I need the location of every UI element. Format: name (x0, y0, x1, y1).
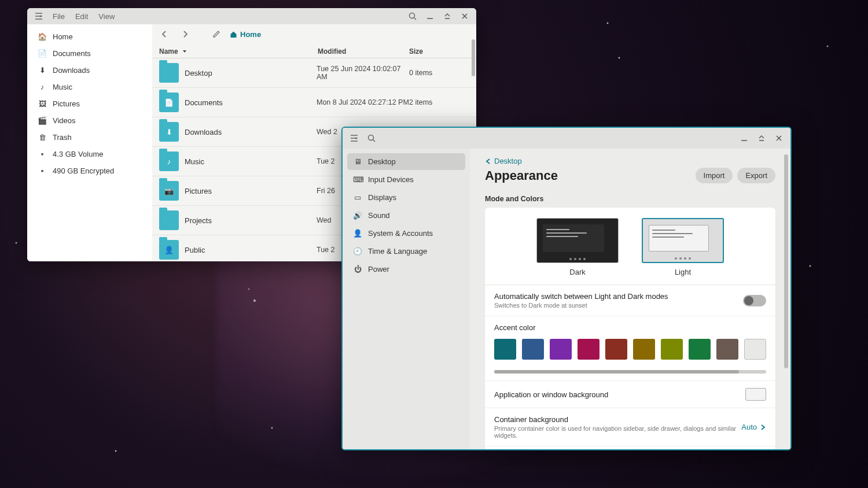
settings-window: 🖥Desktop⌨Input Devices▭Displays🔊Sound👤Sy… (341, 127, 792, 450)
nav-icon: 🕘 (353, 247, 362, 256)
column-modified[interactable]: Modified (318, 47, 409, 56)
close-button[interactable] (457, 8, 473, 24)
breadcrumb-home[interactable]: Home (230, 30, 261, 39)
text-tint-row: Interface text tint Color used to derive… (485, 446, 775, 449)
accent-swatch[interactable] (578, 339, 599, 360)
menu-view[interactable]: View (94, 12, 119, 21)
sidebar-item-pictures[interactable]: 🖼Pictures (33, 96, 146, 112)
mode-dark[interactable]: Dark (536, 218, 619, 276)
edit-path-button[interactable] (209, 27, 224, 42)
sidebar-item-music[interactable]: ♪Music (33, 79, 146, 95)
file-name: Downloads (185, 128, 317, 136)
sidebar-item-label: Pictures (53, 99, 80, 108)
sidebar-item-label: 490 GB Encrypted (53, 167, 114, 175)
settings-nav-desktop[interactable]: 🖥Desktop (347, 153, 465, 170)
sidebar-item-label: Documents (53, 49, 91, 58)
sidebar-item-downloads[interactable]: ⬇Downloads (33, 62, 146, 78)
file-size: 2 items (409, 98, 469, 106)
chevron-right-icon (759, 424, 766, 431)
accent-swatch[interactable] (522, 339, 544, 360)
maximize-icon (758, 135, 765, 142)
trash-icon: 🗑 (38, 133, 47, 142)
menu-file[interactable]: File (48, 12, 69, 21)
pathbar: Home (152, 24, 476, 44)
mode-dark-label: Dark (569, 268, 585, 276)
nav-label: Sound (368, 211, 390, 220)
settings-nav-time-language[interactable]: 🕘Time & Language (347, 243, 465, 260)
settings-search-button[interactable] (363, 130, 380, 146)
svg-line-1 (414, 18, 417, 20)
close-icon (775, 135, 782, 142)
close-icon (461, 13, 468, 20)
home-icon (230, 31, 237, 38)
sidebar-toggle-button[interactable] (31, 8, 47, 24)
accent-swatch[interactable] (605, 339, 627, 360)
sidebar-item-videos[interactable]: 🎬Videos (33, 113, 146, 128)
settings-nav-displays[interactable]: ▭Displays (347, 189, 465, 206)
settings-titlebar (343, 128, 790, 149)
import-button[interactable]: Import (696, 168, 733, 183)
accent-swatch[interactable] (550, 339, 572, 360)
sidebar-item-4-3-gb-volume[interactable]: ▪4.3 GB Volume (33, 146, 146, 162)
accent-swatch[interactable] (661, 339, 683, 360)
accent-swatch[interactable] (633, 339, 655, 360)
disk-icon: ▪ (38, 150, 47, 158)
nav-label: Displays (368, 193, 396, 202)
search-button[interactable] (404, 8, 421, 24)
svg-point-3 (369, 135, 374, 141)
sidebar-item-home[interactable]: 🏠Home (33, 29, 146, 45)
file-row[interactable]: Desktop Tue 25 Jun 2024 10:02:07 AM 0 it… (152, 58, 476, 88)
nav-forward-button[interactable] (178, 27, 193, 42)
maximize-button[interactable] (439, 8, 455, 24)
settings-sidebar-toggle[interactable] (346, 130, 362, 146)
light-thumbnail (642, 218, 724, 263)
nav-label: Time & Language (368, 247, 427, 256)
export-button[interactable]: Export (737, 168, 775, 183)
mode-light[interactable]: Light (642, 218, 724, 276)
sidebar-item-trash[interactable]: 🗑Trash (33, 130, 146, 145)
settings-maximize-button[interactable] (753, 130, 770, 146)
column-size[interactable]: Size (409, 47, 469, 56)
minimize-button[interactable] (422, 8, 438, 24)
settings-scrollbar[interactable] (784, 154, 788, 368)
settings-nav-system-accounts[interactable]: 👤System & Accounts (347, 225, 465, 242)
nav-back-button[interactable] (157, 27, 172, 42)
sidebar-item-documents[interactable]: 📄Documents (33, 46, 146, 61)
mode-light-label: Light (675, 268, 691, 276)
app-bg-row: Application or window background (485, 381, 775, 408)
video-icon: 🎬 (38, 116, 47, 125)
settings-minimize-button[interactable] (736, 130, 752, 146)
column-name[interactable]: Name (159, 47, 318, 56)
folder-icon: 📷 (159, 181, 179, 201)
accent-swatch[interactable] (494, 339, 516, 360)
pencil-icon (212, 30, 220, 38)
sidebar-item-label: Home (53, 32, 73, 41)
menu-edit[interactable]: Edit (71, 12, 93, 21)
app-bg-swatch[interactable] (745, 388, 766, 401)
column-headers: Name Modified Size (152, 44, 476, 58)
picture-icon: 🖼 (38, 99, 47, 108)
file-manager-sidebar: 🏠Home📄Documents⬇Downloads♪Music🖼Pictures… (27, 24, 152, 261)
nav-icon: 👤 (353, 229, 362, 238)
disk-icon: ▪ (38, 167, 47, 175)
breadcrumb-back[interactable]: Desktop (485, 157, 775, 165)
accent-swatch[interactable] (716, 339, 738, 360)
nav-label: Power (368, 265, 389, 273)
chevron-right-icon (181, 30, 189, 38)
maximize-icon (444, 13, 451, 20)
auto-switch-toggle[interactable] (743, 295, 766, 306)
sidebar-item-490-gb-encrypted[interactable]: ▪490 GB Encrypted (33, 163, 146, 179)
container-bg-value[interactable]: Auto (741, 423, 766, 431)
accent-scrollbar[interactable] (494, 370, 766, 374)
accent-swatch[interactable] (744, 339, 766, 360)
accent-swatch[interactable] (689, 339, 711, 360)
scrollbar[interactable] (472, 39, 475, 76)
file-manager-titlebar: File Edit View (27, 8, 476, 24)
settings-nav-input-devices[interactable]: ⌨Input Devices (347, 171, 465, 188)
settings-close-button[interactable] (771, 130, 787, 146)
file-name: Projects (185, 216, 317, 225)
accent-row: Accent color (485, 316, 775, 381)
settings-nav-sound[interactable]: 🔊Sound (347, 207, 465, 224)
file-row[interactable]: 📄 Documents Mon 8 Jul 2024 02:27:12 PM 2… (152, 88, 476, 117)
settings-nav-power[interactable]: ⏻Power (347, 261, 465, 278)
